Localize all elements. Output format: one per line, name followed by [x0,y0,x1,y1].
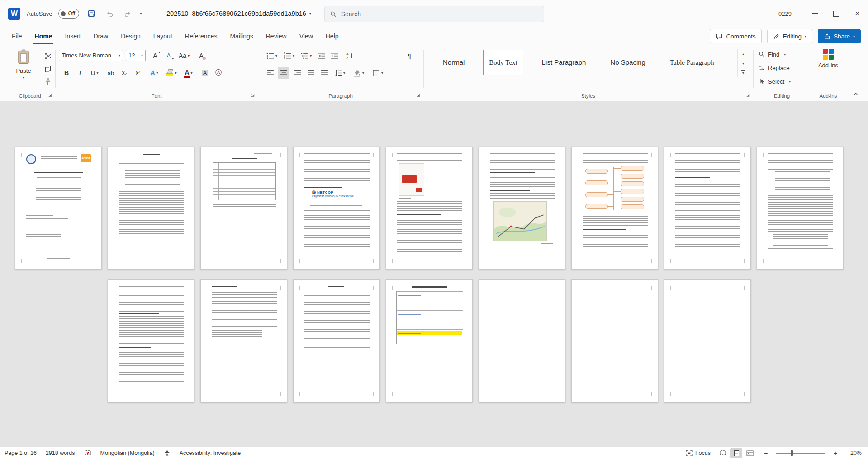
zoom-level[interactable]: 20% [845,450,862,456]
document-title[interactable]: 202510_8b6f66c76890621c69b1da59dd1a9b16▾ [166,0,311,27]
shading-button[interactable]: ▾ [351,67,366,79]
font-name-select[interactable]: Times New Roman▾ [59,50,123,61]
tab-mailings[interactable]: Mailings [223,27,259,45]
page-2[interactable] [108,147,194,270]
page-1[interactable]: ACBSP [15,147,102,270]
quick-access-chevron-icon[interactable]: ▾ [140,11,142,16]
proofing-status[interactable] [84,450,91,457]
word-count[interactable]: 2918 words [46,450,75,456]
numbering-button[interactable]: 123▾ [281,50,297,62]
style-table-paragraph[interactable]: Table Paragraph [664,50,720,75]
page-9[interactable] [757,147,844,270]
align-center-button[interactable] [278,67,289,79]
language-indicator[interactable]: Mongolian (Mongolia) [100,450,155,456]
page-12[interactable] [293,279,380,402]
page-3[interactable] [200,147,287,270]
tab-help[interactable]: Help [319,27,345,45]
editing-mode-dropdown[interactable]: Editing▾ [767,29,812,43]
superscript-button[interactable]: x² [132,67,144,79]
page-13[interactable] [386,279,473,402]
tab-draw[interactable]: Draw [87,27,114,45]
bullets-button[interactable]: ▾ [264,50,280,62]
underline-button[interactable]: U▾ [87,67,102,79]
font-size-select[interactable]: 12▾ [126,50,146,61]
decrease-indent-button[interactable] [316,50,327,62]
share-button[interactable]: Share▾ [818,29,861,43]
show-formatting-marks-button[interactable]: ¶ [403,50,415,62]
accessibility-status[interactable]: Accessibility: Investigate [180,450,241,456]
align-left-button[interactable] [264,67,276,79]
comments-button[interactable]: Comments [710,29,761,43]
copy-button[interactable] [43,63,53,74]
accessibility-indicator[interactable] [164,450,171,457]
zoom-out-button[interactable]: − [762,450,769,457]
addins-button[interactable]: Add-ins [812,49,844,69]
font-color-button[interactable]: A▾ [181,67,196,79]
increase-indent-button[interactable] [328,50,340,62]
clear-formatting-button[interactable]: A [195,50,207,62]
styles-scroll-down-button[interactable]: ▾ [738,59,749,68]
zoom-in-button[interactable]: + [832,450,839,457]
undo-button[interactable] [104,8,115,19]
focus-button[interactable]: Focus [686,450,711,456]
tab-design[interactable]: Design [114,27,147,45]
clipboard-dialog-launcher[interactable] [47,92,53,98]
user-badge[interactable]: 0229 [778,10,792,17]
page-11[interactable] [200,279,287,402]
page-6[interactable] [479,147,565,270]
zoom-thumb[interactable] [791,450,793,456]
page-4[interactable]: NETCOPМЭДЭЭЛЭЛ ХОЛБООНЫ СҮЛЖЭЭ ХХК [293,147,380,270]
line-spacing-button[interactable]: ▾ [332,67,347,79]
enclose-characters-button[interactable]: Ⓐ [213,67,224,79]
page-16[interactable] [664,279,751,402]
page-7[interactable] [571,147,658,270]
subscript-button[interactable]: x₂ [119,67,130,79]
page-10[interactable] [108,279,194,402]
borders-button[interactable]: ▾ [370,67,385,79]
select-button[interactable]: Select▾ [759,76,791,87]
maximize-button[interactable] [825,0,847,27]
bold-button[interactable]: B [61,67,72,79]
page-15[interactable] [571,279,658,402]
cut-button[interactable] [43,51,53,62]
find-button[interactable]: Find▾ [759,49,786,60]
styles-gallery-expand-button[interactable]: ▾ [738,68,749,77]
styles-scroll-up-button[interactable]: ▴ [738,49,749,59]
change-case-button[interactable]: Aa▾ [176,50,192,62]
paste-button[interactable]: Paste ▾ [9,49,38,90]
page-indicator[interactable]: Page 1 of 16 [5,450,37,456]
style-normal[interactable]: Normal [437,50,470,75]
document-canvas[interactable]: ACBSPNETCOPМЭДЭЭЛЭЛ ХОЛБООНЫ СҮЛЖЭЭ ХХК [0,101,868,447]
strikethrough-button[interactable]: ab [105,67,117,79]
tab-layout[interactable]: Layout [147,27,179,45]
text-highlight-button[interactable]: ▾ [164,67,179,79]
collapse-ribbon-button[interactable] [851,90,861,98]
italic-button[interactable]: I [74,67,86,79]
paragraph-dialog-launcher[interactable] [415,92,421,98]
read-mode-button[interactable] [717,448,729,458]
search-box[interactable] [324,6,544,22]
tab-review[interactable]: Review [260,27,293,45]
page-14[interactable] [479,279,565,402]
format-painter-button[interactable] [43,76,53,87]
replace-button[interactable]: ab Replace [759,62,790,73]
tab-home[interactable]: Home [28,27,59,45]
style-body-text[interactable]: Body Text [483,50,523,75]
distribute-button[interactable] [318,67,330,79]
styles-dialog-launcher[interactable] [745,92,751,98]
tab-insert[interactable]: Insert [58,27,87,45]
grow-font-button[interactable]: A▴ [149,50,161,62]
search-input[interactable] [340,10,538,18]
page-8[interactable] [664,147,751,270]
save-button[interactable] [85,8,97,19]
justify-button[interactable] [305,67,317,79]
autosave-toggle[interactable]: Off [58,9,79,19]
multilevel-list-button[interactable]: ▾ [299,50,314,62]
redo-button[interactable] [122,8,133,19]
tab-file[interactable]: File [5,27,28,45]
text-effects-button[interactable]: A▾ [147,67,162,79]
minimize-button[interactable] [804,0,825,27]
web-layout-button[interactable] [744,448,756,458]
font-dialog-launcher[interactable] [249,92,256,98]
style-list-paragraph[interactable]: List Paragraph [536,50,592,75]
